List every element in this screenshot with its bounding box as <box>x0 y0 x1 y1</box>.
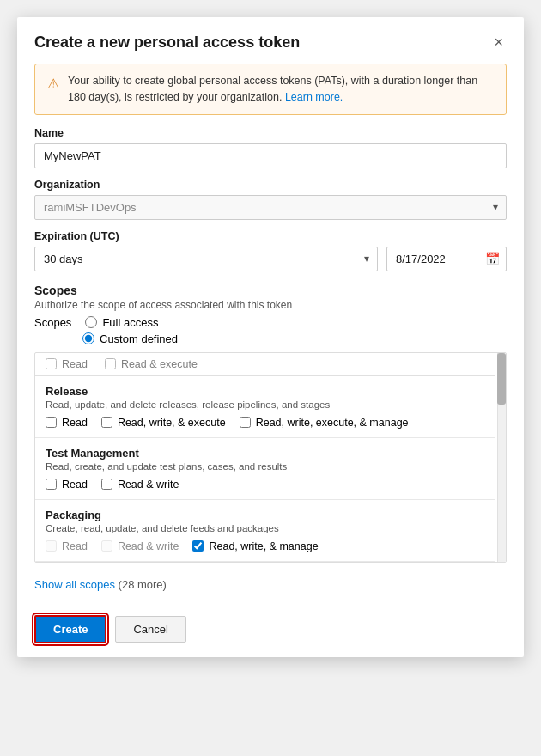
name-input[interactable] <box>34 143 507 168</box>
scrollbar-thumb[interactable] <box>497 353 506 405</box>
full-access-radio[interactable] <box>85 316 97 328</box>
dialog-header: Create a new personal access token × <box>17 17 524 64</box>
test-read-checkbox[interactable] <box>46 479 57 490</box>
release-full[interactable]: Read, write, execute, & manage <box>240 417 409 429</box>
packaging-checkboxes: Read Read & write Read, write, & manage <box>46 540 485 552</box>
custom-defined-radio[interactable] <box>82 332 94 344</box>
dialog-title: Create a new personal access token <box>34 34 300 52</box>
expiration-select-wrapper: 30 days ▾ <box>34 247 378 271</box>
packaging-group: Packaging Create, read, update, and dele… <box>35 500 495 562</box>
release-read-write-execute[interactable]: Read, write, & execute <box>101 417 226 429</box>
warning-text: Your ability to create global personal a… <box>68 73 494 106</box>
org-label: Organization <box>34 179 507 191</box>
test-management-title: Test Management <box>46 447 485 460</box>
release-desc: Read, update, and delete releases, relea… <box>46 399 485 410</box>
full-access-label: Full access <box>102 316 158 329</box>
cancel-button[interactable]: Cancel <box>115 616 185 643</box>
packaging-title: Packaging <box>46 509 485 521</box>
scopes-scroll-area[interactable]: Read Read & execute Release Read, update… <box>34 352 507 563</box>
custom-defined-label: Custom defined <box>100 332 178 345</box>
release-read-checkbox[interactable] <box>46 417 57 428</box>
show-all-row: Show all scopes (28 more) <box>34 570 507 591</box>
scopes-field-label: Scopes <box>34 316 71 329</box>
fade-row-container: Read Read & execute <box>35 353 495 376</box>
scopes-title: Scopes <box>34 284 507 297</box>
org-select-wrapper: ramiMSFTDevOps ▾ <box>34 195 507 220</box>
warning-icon: ⚠ <box>47 74 59 106</box>
packaging-desc: Create, read, update, and delete feeds a… <box>46 523 485 533</box>
scope-options: Scopes Full access <box>34 316 507 329</box>
scrollbar[interactable] <box>497 353 506 562</box>
packaging-read-write-checkbox <box>101 540 112 552</box>
fade-read-execute-label[interactable]: Read & execute <box>105 358 198 370</box>
fade-row: Read Read & execute <box>46 358 485 370</box>
test-read[interactable]: Read <box>46 479 88 491</box>
expiration-label: Expiration (UTC) <box>34 230 507 242</box>
dialog-footer: Create Cancel <box>17 605 524 657</box>
learn-more-link[interactable]: Learn more. <box>285 91 343 103</box>
name-label: Name <box>34 127 507 139</box>
full-access-option[interactable]: Full access <box>85 316 158 329</box>
test-management-group: Test Management Read, create, and update… <box>35 438 495 500</box>
release-group: Release Read, update, and delete release… <box>35 376 495 438</box>
expiration-select[interactable]: 30 days <box>34 247 378 271</box>
packaging-read-write: Read & write <box>101 540 179 552</box>
test-read-write[interactable]: Read & write <box>101 479 179 491</box>
scopes-section: Scopes Authorize the scope of access ass… <box>34 284 507 591</box>
release-read-write-execute-checkbox[interactable] <box>101 417 112 428</box>
dialog-body: ⚠ Your ability to create global personal… <box>17 64 524 605</box>
test-management-desc: Read, create, and update test plans, cas… <box>46 461 485 472</box>
create-button[interactable]: Create <box>34 615 106 643</box>
scopes-description: Authorize the scope of access associated… <box>34 299 507 311</box>
release-read[interactable]: Read <box>46 417 88 429</box>
fade-read-checkbox[interactable] <box>46 358 57 369</box>
packaging-read: Read <box>46 540 88 552</box>
show-all-link[interactable]: Show all scopes (28 more) <box>34 578 167 591</box>
release-title: Release <box>46 385 485 398</box>
warning-box: ⚠ Your ability to create global personal… <box>34 64 507 115</box>
close-button[interactable]: × <box>490 31 507 53</box>
packaging-read-write-manage-checkbox[interactable] <box>192 540 204 552</box>
expiration-row: 30 days ▾ 📅 <box>34 247 507 271</box>
calendar-icon[interactable]: 📅 <box>485 252 500 265</box>
org-select[interactable]: ramiMSFTDevOps <box>34 195 507 220</box>
test-management-checkboxes: Read Read & write <box>46 479 485 491</box>
custom-defined-row: Custom defined <box>82 332 507 345</box>
fade-read-label[interactable]: Read <box>46 358 88 370</box>
date-input-wrapper: 📅 <box>386 247 507 271</box>
release-full-checkbox[interactable] <box>240 417 251 428</box>
packaging-read-write-manage[interactable]: Read, write, & manage <box>192 540 318 552</box>
release-checkboxes: Read Read, write, & execute Read, write,… <box>46 417 485 429</box>
test-read-write-checkbox[interactable] <box>101 479 112 490</box>
create-pat-dialog: Create a new personal access token × ⚠ Y… <box>17 17 524 657</box>
fade-read-execute-checkbox[interactable] <box>105 358 116 369</box>
packaging-read-checkbox <box>46 540 57 552</box>
custom-defined-option[interactable]: Custom defined <box>82 332 507 345</box>
